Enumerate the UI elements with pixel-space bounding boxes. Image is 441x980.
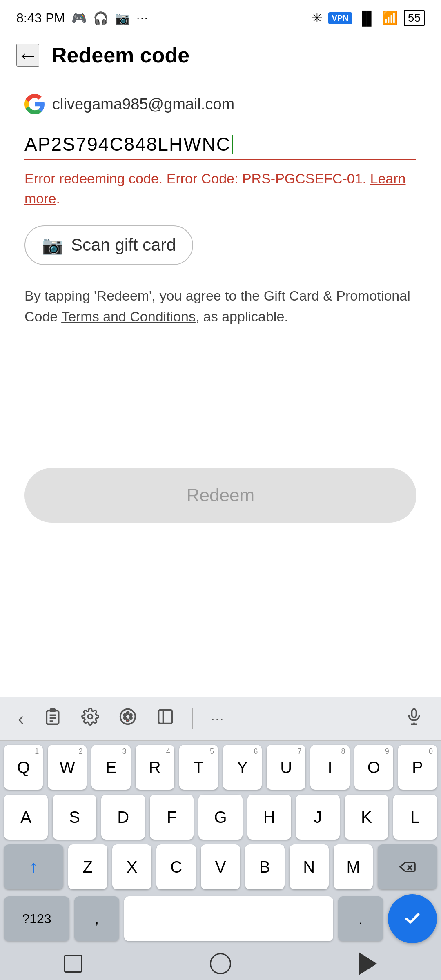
keyboard-row-3: ↑ Z X C V B N M <box>4 844 437 889</box>
key-t[interactable]: 5T <box>179 745 218 790</box>
key-z[interactable]: Z <box>68 844 107 889</box>
key-b[interactable]: B <box>245 844 284 889</box>
backspace-icon <box>399 860 416 874</box>
keyboard-settings-button[interactable] <box>76 704 105 733</box>
status-time: 8:43 PM 🎮 🎧 📷 ··· <box>16 11 149 26</box>
key-w[interactable]: 2W <box>48 745 87 790</box>
key-n[interactable]: N <box>290 844 329 889</box>
svg-point-8 <box>127 712 129 714</box>
key-e[interactable]: 3E <box>91 745 130 790</box>
key-i[interactable]: 8I <box>310 745 349 790</box>
key-l[interactable]: L <box>393 795 437 840</box>
key-j[interactable]: J <box>296 795 340 840</box>
key-q[interactable]: 1Q <box>4 745 43 790</box>
account-row: clivegama985@gmail.com <box>24 94 416 114</box>
terms-link[interactable]: Terms and Conditions <box>61 309 196 324</box>
scan-button-label: Scan gift card <box>71 235 176 255</box>
key-o[interactable]: 9O <box>354 745 393 790</box>
account-email: clivegama985@gmail.com <box>52 96 234 113</box>
symbols-key[interactable]: ?123 <box>4 896 69 941</box>
svg-point-10 <box>129 717 132 719</box>
status-bar: 8:43 PM 🎮 🎧 📷 ··· ✳ VPN ▐▌ 📶 55 <box>0 0 441 33</box>
vpn-badge: VPN <box>328 12 352 24</box>
svg-point-5 <box>88 715 92 719</box>
scan-gift-card-button[interactable]: 📷 Scan gift card <box>24 225 193 265</box>
keyboard-keys: 1Q 2W 3E 4R 5T 6Y 7U 8I 9O 0P A S D F G … <box>0 741 441 889</box>
key-g[interactable]: G <box>198 795 242 840</box>
camera-icon: 📷 <box>42 235 63 255</box>
key-v[interactable]: V <box>201 844 240 889</box>
key-p[interactable]: 0P <box>398 745 437 790</box>
nav-home-button[interactable] <box>210 953 231 974</box>
code-input-display[interactable]: AP2S794C848LHWNC <box>24 129 416 160</box>
battery-icon: 55 <box>404 10 425 26</box>
keyboard-sticker-button[interactable] <box>151 704 180 733</box>
status-icons: ✳ VPN ▐▌ 📶 55 <box>312 10 425 26</box>
key-r[interactable]: 4R <box>136 745 174 790</box>
toolbar-divider <box>192 708 193 729</box>
enter-key[interactable] <box>388 894 437 943</box>
main-content: clivegama985@gmail.com AP2S794C848LHWNC … <box>0 78 441 368</box>
key-u[interactable]: 7U <box>267 745 305 790</box>
keyboard-more-button[interactable]: ··· <box>205 708 230 730</box>
signal-icon: ▐▌ <box>358 11 376 26</box>
key-s[interactable]: S <box>53 795 96 840</box>
key-f[interactable]: F <box>150 795 194 840</box>
redeem-label: Redeem <box>187 485 254 505</box>
keyboard-theme-button[interactable] <box>113 704 143 733</box>
nav-square-button[interactable] <box>64 955 82 973</box>
bluetooth-icon: ✳ <box>312 10 323 26</box>
nav-square-icon <box>64 955 82 973</box>
period-key[interactable]: . <box>338 896 383 941</box>
key-m[interactable]: M <box>334 844 373 889</box>
nav-circle-icon <box>210 953 231 974</box>
wifi-icon: 📶 <box>382 10 398 26</box>
keyboard-bottom-row: ?123 , . <box>0 894 441 947</box>
nav-triangle-icon <box>359 952 377 975</box>
nav-back-button[interactable] <box>359 952 377 975</box>
back-button[interactable]: ← <box>16 44 39 67</box>
keyboard-row-1: 1Q 2W 3E 4R 5T 6Y 7U 8I 9O 0P <box>4 745 437 790</box>
code-input-wrapper[interactable]: AP2S794C848LHWNC <box>24 129 416 160</box>
text-cursor <box>232 135 233 154</box>
comma-key[interactable]: , <box>74 896 119 941</box>
instagram-icon: 📷 <box>115 11 130 25</box>
key-d[interactable]: D <box>101 795 145 840</box>
key-y[interactable]: 6Y <box>223 745 262 790</box>
key-k[interactable]: K <box>345 795 388 840</box>
terms-suffix: , as applicable. <box>196 309 288 324</box>
nav-bar <box>0 947 441 980</box>
svg-point-11 <box>127 719 129 722</box>
shift-icon: ↑ <box>29 857 38 877</box>
key-x[interactable]: X <box>112 844 151 889</box>
redeem-button[interactable]: Redeem <box>24 468 416 523</box>
game-icon: 🎮 <box>71 11 87 25</box>
shift-key[interactable]: ↑ <box>4 844 63 889</box>
sym-label: ?123 <box>22 911 51 927</box>
svg-rect-15 <box>412 709 416 717</box>
keyboard-row-2: A S D F G H J K L <box>4 795 437 840</box>
key-a[interactable]: A <box>4 795 48 840</box>
svg-point-12 <box>124 717 126 719</box>
svg-point-9 <box>129 714 132 717</box>
error-text: Error redeeming code. Error Code: PRS-PG… <box>24 171 366 186</box>
code-value: AP2S794C848LHWNC <box>24 133 231 155</box>
keyboard-clipboard-button[interactable] <box>38 704 67 733</box>
spacebar-key[interactable] <box>124 896 333 941</box>
checkmark-icon <box>403 910 421 928</box>
keyboard-mic-button[interactable] <box>399 704 429 733</box>
error-message: Error redeeming code. Error Code: PRS-PG… <box>24 169 416 209</box>
keyboard-toolbar: ‹ <box>0 697 441 741</box>
discord-icon: 🎧 <box>93 11 108 25</box>
key-h[interactable]: H <box>247 795 291 840</box>
backspace-key[interactable] <box>378 844 437 889</box>
header: ← Redeem code <box>0 33 441 78</box>
keyboard: ‹ <box>0 697 441 947</box>
key-c[interactable]: C <box>156 844 196 889</box>
google-logo <box>24 94 45 114</box>
keyboard-back-button[interactable]: ‹ <box>12 705 30 732</box>
page-title: Redeem code <box>51 43 189 67</box>
svg-rect-13 <box>158 710 172 724</box>
time-display: 8:43 PM <box>16 11 65 26</box>
terms-text: By tapping 'Redeem', you agree to the Gi… <box>24 285 416 327</box>
